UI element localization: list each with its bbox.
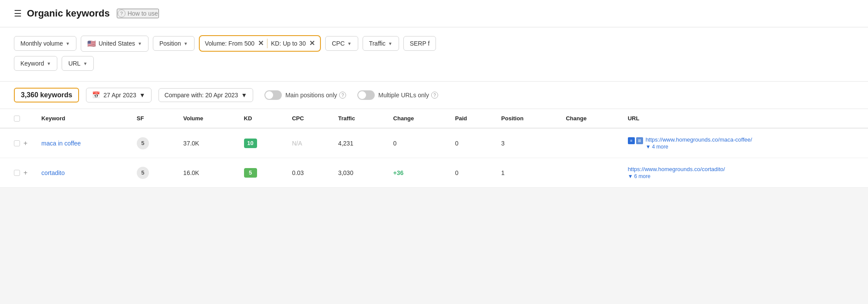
keyword-link[interactable]: maca in coffee	[41, 140, 81, 147]
traffic-change-cell: 0	[386, 128, 448, 158]
row-checkbox[interactable]	[14, 170, 20, 176]
traffic-change-cell: +36	[386, 158, 448, 188]
col-paid: Paid	[448, 109, 494, 128]
img-icon: ⊞	[636, 137, 643, 144]
traffic-change-value: 0	[393, 140, 397, 147]
url-container: ≡⊞ https://www.homegrounds.co/maca-coffe…	[628, 136, 861, 150]
col-url: URL	[621, 109, 868, 128]
main-positions-label: Main positions only ?	[285, 92, 346, 99]
page-title: Organic keywords	[27, 8, 110, 19]
keyword-link[interactable]: cortadito	[41, 169, 65, 176]
caret-down-icon: ▼	[139, 92, 145, 99]
main-positions-info-icon[interactable]: ?	[339, 92, 346, 99]
url-text-block: https://www.homegrounds.co/maca-coffee/ …	[646, 136, 752, 150]
volume-filter-chip: Volume: From 500 ✕	[205, 40, 264, 47]
caret-down-icon: ▼	[388, 41, 393, 46]
row-checkbox-cell: +	[0, 128, 34, 158]
position-filter[interactable]: Position ▼	[153, 36, 195, 51]
date-picker-button[interactable]: 📅 27 Apr 2023 ▼	[86, 88, 151, 102]
url-cell: https://www.homegrounds.co/cortadito/ ▼ …	[621, 158, 868, 188]
url-filter[interactable]: URL ▼	[62, 56, 94, 71]
cpc-cell: N/A	[285, 128, 331, 158]
multiple-urls-toggle[interactable]	[357, 90, 375, 100]
caret-down-icon: ▼	[184, 41, 188, 46]
volume-cell: 16.0K	[176, 158, 237, 188]
serp-filter[interactable]: SERP f	[403, 36, 436, 51]
col-change-position: Change	[559, 109, 620, 128]
position-cell: 1	[494, 158, 559, 188]
help-label: How to use	[128, 10, 158, 17]
main-positions-toggle[interactable]	[264, 90, 282, 100]
caret-down-icon: ▼	[83, 61, 87, 66]
keyword-filter[interactable]: Keyword ▼	[14, 56, 57, 71]
url-more-link[interactable]: ▼ 6 more	[628, 173, 725, 179]
url-more-link[interactable]: ▼ 4 more	[646, 144, 752, 150]
volume-cell: 37.0K	[176, 128, 237, 158]
toolbar-row: 3,360 keywords 📅 27 Apr 2023 ▼ Compare w…	[0, 82, 868, 109]
caret-down-icon: ▼	[241, 92, 247, 99]
date-label: 27 Apr 2023	[103, 92, 136, 99]
position-change-cell	[559, 128, 620, 158]
url-icons: ≡⊞	[628, 137, 643, 144]
how-to-use-button[interactable]: ? How to use	[117, 9, 159, 18]
volume-filter-clear[interactable]: ✕	[258, 40, 264, 47]
compare-label: Compare with: 20 Apr 2023	[165, 92, 238, 99]
url-filter-label: URL	[68, 60, 80, 67]
traffic-filter[interactable]: Traffic ▼	[363, 36, 399, 51]
col-change-traffic: Change	[386, 109, 448, 128]
expand-row-button[interactable]: +	[23, 139, 27, 147]
expand-row-button[interactable]: +	[23, 169, 27, 177]
cpc-filter[interactable]: CPC ▼	[325, 36, 358, 51]
traffic-cell: 4,231	[331, 128, 386, 158]
multiple-urls-toggle-group: Multiple URLs only ?	[357, 90, 438, 100]
filters-row-2: Keyword ▼ URL ▼	[14, 56, 854, 71]
volume-filter-label: Volume: From 500	[205, 40, 254, 47]
url-link[interactable]: https://www.homegrounds.co/maca-coffee/	[646, 136, 752, 143]
keyword-cell: maca in coffee	[34, 128, 130, 158]
sf-badge: 5	[137, 137, 149, 149]
col-cpc: CPC	[285, 109, 331, 128]
table-container: Keyword SF Volume KD CPC Traffic Change …	[0, 109, 868, 188]
compare-button[interactable]: Compare with: 20 Apr 2023 ▼	[158, 88, 254, 102]
paid-cell: 0	[448, 158, 494, 188]
monthly-volume-filter[interactable]: Monthly volume ▼	[14, 36, 76, 51]
kd-filter-chip: KD: Up to 30 ✕	[271, 40, 315, 47]
position-change-cell	[559, 158, 620, 188]
url-link[interactable]: https://www.homegrounds.co/cortadito/	[628, 166, 725, 172]
url-more-count: 6 more	[634, 173, 650, 179]
url-text-block: https://www.homegrounds.co/cortadito/ ▼ …	[628, 166, 725, 179]
col-volume: Volume	[176, 109, 237, 128]
keywords-table: Keyword SF Volume KD CPC Traffic Change …	[0, 109, 868, 188]
page: ☰ Organic keywords ? How to use Monthly …	[0, 0, 868, 304]
caret-down-icon: ▼	[628, 173, 633, 179]
main-positions-toggle-group: Main positions only ?	[264, 90, 346, 100]
keyword-cell: cortadito	[34, 158, 130, 188]
select-all-checkbox[interactable]	[14, 116, 20, 122]
filters-row-1: Monthly volume ▼ 🇺🇸 United States ▼ Posi…	[14, 35, 854, 52]
caret-down-icon: ▼	[347, 41, 352, 46]
keyword-filter-label: Keyword	[20, 60, 44, 67]
row-checkbox[interactable]	[14, 140, 20, 146]
table-row: + maca in coffee537.0K10N/A4,231003 ≡⊞ h…	[0, 128, 868, 158]
hamburger-icon[interactable]: ☰	[14, 8, 22, 19]
cpc-cell: 0.03	[285, 158, 331, 188]
traffic-label: Traffic	[369, 40, 386, 47]
serp-label: SERP f	[410, 40, 430, 47]
row-checkbox-cell: +	[0, 158, 34, 188]
multiple-urls-info-icon[interactable]: ?	[431, 92, 438, 99]
row-actions: +	[14, 139, 27, 147]
url-container: https://www.homegrounds.co/cortadito/ ▼ …	[628, 166, 861, 179]
table-row: + cortadito516.0K50.033,030+3601 https:/…	[0, 158, 868, 188]
country-filter[interactable]: 🇺🇸 United States ▼	[81, 36, 149, 52]
traffic-change-value: +36	[393, 169, 404, 176]
kd-filter-clear[interactable]: ✕	[309, 40, 315, 47]
url-cell: ≡⊞ https://www.homegrounds.co/maca-coffe…	[621, 128, 868, 158]
col-sf: SF	[130, 109, 176, 128]
doc-icon: ≡	[628, 137, 635, 144]
kd-cell: 5	[237, 158, 285, 188]
caret-down-icon: ▼	[46, 61, 51, 66]
flag-icon: 🇺🇸	[87, 40, 96, 48]
kd-cell: 10	[237, 128, 285, 158]
position-label: Position	[159, 40, 181, 47]
active-filter-group: Volume: From 500 ✕ KD: Up to 30 ✕	[199, 35, 321, 52]
